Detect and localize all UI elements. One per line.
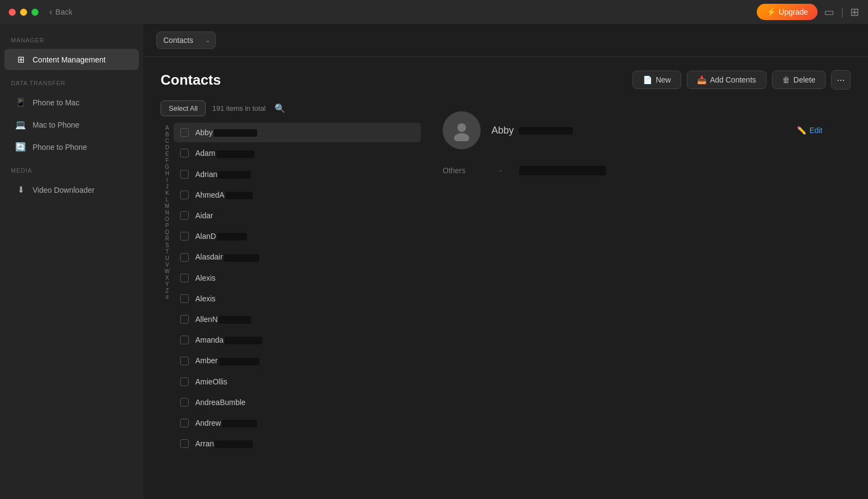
alpha-letter-A[interactable]: A: [165, 125, 169, 131]
contact-item[interactable]: AmieOllis: [174, 372, 421, 391]
sidebar-item-video-downloader[interactable]: ⬇ Video Downloader: [4, 179, 139, 200]
alpha-letter-S[interactable]: S: [165, 242, 169, 248]
alpha-letter-K[interactable]: K: [165, 190, 169, 196]
contact-checkbox[interactable]: [180, 274, 189, 282]
edit-button[interactable]: ✏️ Edit: [790, 123, 829, 138]
alpha-letter-T[interactable]: T: [165, 249, 169, 255]
contact-checkbox[interactable]: [180, 253, 189, 262]
contact-item[interactable]: AllenN: [174, 309, 421, 329]
alpha-letter-U[interactable]: U: [165, 255, 169, 261]
contact-name: Abby: [195, 128, 257, 137]
add-contents-button[interactable]: 📥 Add Contents: [687, 71, 767, 89]
contact-item[interactable]: AhmedA: [174, 185, 421, 205]
more-options-button[interactable]: ···: [831, 70, 851, 90]
alpha-letter-Y[interactable]: Y: [165, 281, 169, 287]
alpha-letter-J[interactable]: J: [166, 184, 169, 190]
contact-checkbox[interactable]: [180, 294, 189, 303]
manager-section-label: Manager: [0, 28, 143, 48]
contact-checkbox[interactable]: [180, 211, 189, 220]
list-with-index: ABCDEFGHIJKLMNOPQRSTUVWXYZ# AbbyAdamAdri…: [161, 123, 421, 486]
alpha-letter-R[interactable]: R: [165, 236, 169, 242]
contact-item[interactable]: Amanda: [174, 330, 421, 350]
category-dropdown[interactable]: Contacts Photos Music Videos Messages: [156, 31, 216, 49]
contact-item[interactable]: Alasdair: [174, 247, 421, 267]
contact-item[interactable]: Aidar: [174, 206, 421, 225]
contact-checkbox[interactable]: [180, 315, 189, 324]
alpha-letter-P[interactable]: P: [165, 223, 169, 229]
contact-item[interactable]: Alexis: [174, 289, 421, 308]
contact-item[interactable]: AndreaBumble: [174, 393, 421, 412]
new-icon: 📄: [643, 75, 652, 84]
maximize-button[interactable]: [31, 9, 39, 16]
alpha-letter-O[interactable]: O: [165, 216, 169, 222]
sidebar-item-phone-to-phone[interactable]: 🔄 Phone to Phone: [4, 136, 139, 157]
alpha-letter-X[interactable]: X: [165, 275, 169, 281]
alpha-letter-E[interactable]: E: [165, 151, 169, 157]
alpha-letter-W[interactable]: W: [164, 268, 169, 274]
contact-list: AbbyAdamAdrianAhmedAAidarAlanDAlasdairAl…: [174, 123, 421, 486]
new-button[interactable]: 📄 New: [633, 71, 681, 89]
alpha-index[interactable]: ABCDEFGHIJKLMNOPQRSTUVWXYZ#: [161, 123, 174, 486]
device-icon[interactable]: ▭: [824, 5, 834, 18]
contact-checkbox[interactable]: [180, 357, 189, 365]
sidebar-item-phone-to-mac[interactable]: 📱 Phone to Mac: [4, 92, 139, 113]
alpha-letter-M[interactable]: M: [165, 203, 169, 209]
contact-item[interactable]: AlanD: [174, 226, 421, 246]
alpha-letter-Q[interactable]: Q: [165, 229, 169, 235]
sidebar-item-content-management[interactable]: ⊞ Content Management: [4, 49, 139, 70]
sidebar-item-mac-to-phone[interactable]: 💻 Mac to Phone: [4, 114, 139, 135]
menu-icon[interactable]: ⊞: [850, 5, 859, 18]
contact-checkbox[interactable]: [180, 419, 189, 427]
search-icon: 🔍: [275, 103, 285, 113]
svg-point-1: [454, 133, 469, 141]
alpha-letter-G[interactable]: G: [165, 164, 169, 170]
edit-label: Edit: [809, 126, 822, 135]
contact-name-redacted: [219, 358, 259, 365]
alpha-letter-C[interactable]: C: [165, 138, 169, 144]
contact-name: Amanda: [195, 336, 263, 344]
contact-item[interactable]: Andrew: [174, 413, 421, 433]
contact-checkbox[interactable]: [180, 336, 189, 344]
video-downloader-label: Video Downloader: [33, 186, 94, 194]
search-button[interactable]: 🔍: [272, 101, 288, 116]
upgrade-button[interactable]: ⚡ Upgrade: [757, 4, 818, 20]
back-nav[interactable]: ‹ Back: [49, 7, 72, 17]
alpha-letter-B[interactable]: B: [165, 131, 169, 137]
contact-checkbox[interactable]: [180, 191, 189, 199]
contact-name-redacted: [222, 420, 257, 427]
svg-point-0: [457, 123, 466, 132]
alpha-letter-I[interactable]: I: [167, 177, 168, 183]
close-button[interactable]: [9, 9, 16, 16]
select-all-button[interactable]: Select All: [161, 100, 206, 116]
alpha-letter-D[interactable]: D: [165, 144, 169, 150]
mac-to-phone-icon: 💻: [15, 119, 26, 130]
contact-checkbox[interactable]: [180, 398, 189, 407]
alpha-letter-N[interactable]: N: [165, 210, 169, 216]
contact-item[interactable]: Adam: [174, 143, 421, 163]
detail-others-field: Others -: [443, 166, 606, 175]
contact-item[interactable]: Arran: [174, 434, 421, 453]
contact-item[interactable]: Alexis: [174, 268, 421, 288]
contact-checkbox[interactable]: [180, 149, 189, 157]
alpha-letter-#[interactable]: #: [165, 294, 169, 300]
contact-checkbox[interactable]: [180, 439, 189, 448]
contact-item[interactable]: Abby: [174, 123, 421, 142]
contact-checkbox[interactable]: [180, 377, 189, 386]
minimize-button[interactable]: [20, 9, 27, 16]
alpha-letter-Z[interactable]: Z: [165, 288, 169, 294]
contact-name: Alasdair: [195, 252, 259, 261]
alpha-letter-L[interactable]: L: [165, 197, 169, 203]
alpha-letter-H[interactable]: H: [165, 170, 169, 176]
contact-checkbox[interactable]: [180, 170, 189, 179]
contact-item[interactable]: Adrian: [174, 165, 421, 184]
contact-name-redacted: [217, 233, 247, 241]
contact-checkbox[interactable]: [180, 232, 189, 241]
delete-button[interactable]: 🗑 Delete: [772, 71, 826, 89]
phone-to-phone-label: Phone to Phone: [33, 143, 87, 151]
titlebar-separator: |: [841, 7, 844, 18]
contact-checkbox[interactable]: [180, 128, 189, 137]
contact-name-redacted: [214, 129, 257, 137]
alpha-letter-F[interactable]: F: [165, 157, 169, 163]
alpha-letter-V[interactable]: V: [165, 262, 169, 268]
contact-item[interactable]: Amber: [174, 351, 421, 370]
